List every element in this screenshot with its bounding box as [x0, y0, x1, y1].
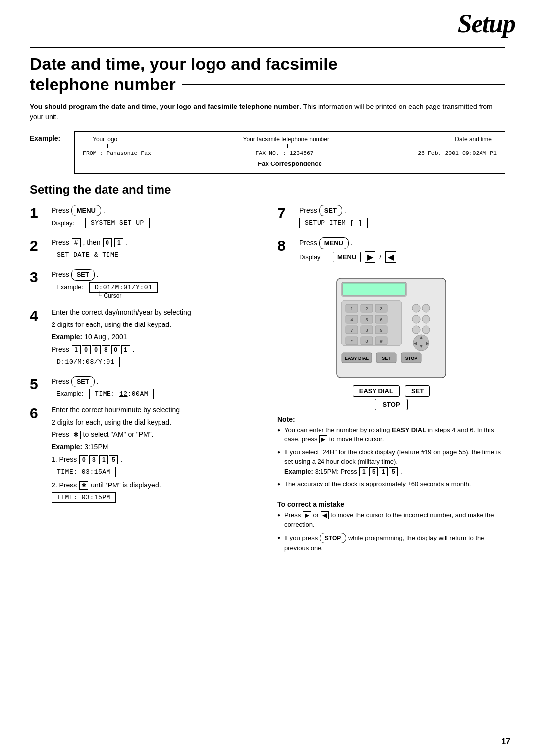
k5[interactable]: 5 [109, 455, 118, 464]
step-5-number: 5 [30, 377, 46, 392]
svg-text:◀: ◀ [414, 341, 417, 346]
annotation-fax-number: Your facsimile telephone number [243, 136, 329, 143]
key-0[interactable]: 0 [103, 238, 112, 247]
n1b[interactable]: 1 [379, 467, 388, 476]
menu-button[interactable]: MENU [71, 205, 101, 216]
step-8-content: Press MENU . Display MENU ▶ / ◀ [299, 237, 505, 267]
annotation-logo: Your logo [93, 136, 117, 143]
svg-text:4: 4 [350, 317, 353, 322]
arrow-left-correct[interactable]: ◀ [321, 511, 329, 519]
step-6-number: 6 [30, 406, 46, 421]
svg-text:#: # [380, 339, 382, 344]
hash-key[interactable]: # [72, 238, 81, 247]
step5-press-label: Press [52, 378, 69, 385]
note-item-3: The accuracy of the clock is approximate… [277, 479, 505, 489]
key-0c[interactable]: 0 [111, 345, 120, 354]
fax-device-illustration: 1 2 3 4 5 6 7 8 [332, 273, 451, 382]
stop-btn-note[interactable]: STOP [320, 533, 346, 543]
svg-point-33 [422, 326, 430, 334]
step-7-content: Press SET . SETUP ITEM [ ] [299, 205, 505, 231]
step7-press-label: Press [299, 206, 317, 214]
step8-display-label: Display [299, 253, 329, 261]
intro-paragraph: You should program the date and time, yo… [30, 102, 505, 122]
stop-label[interactable]: STOP [375, 399, 407, 410]
section-header: Setting the date and time [30, 183, 505, 197]
easy-dial-label[interactable]: EASY DIAL [353, 385, 400, 397]
step4-example-bold: Example: [52, 333, 82, 341]
title-line2: telephone number [30, 74, 505, 95]
step-4: 4 Enter the correct day/month/year by se… [30, 307, 258, 369]
n5b[interactable]: 5 [389, 467, 398, 476]
title-line1: Date and time, your logo and facsimile [30, 54, 505, 74]
key-8[interactable]: 8 [102, 345, 110, 354]
device-area: 1 2 3 4 5 6 7 8 [277, 273, 505, 410]
k0[interactable]: 0 [79, 455, 88, 464]
arrow-right-icon[interactable]: ▶ [365, 251, 375, 263]
key-0[interactable]: 0 [82, 345, 91, 354]
fax-from: FROM : Panasonic Fax [83, 150, 151, 156]
svg-text:3: 3 [380, 306, 382, 311]
step-7: 7 Press SET . SETUP ITEM [ ] [277, 205, 505, 231]
fax-correspondence: Fax Correspondence [83, 160, 497, 167]
arrow-right-note[interactable]: ▶ [319, 435, 327, 443]
stop-row: STOP [375, 399, 407, 410]
svg-text:STOP: STOP [405, 356, 417, 361]
svg-point-31 [422, 315, 430, 323]
n5[interactable]: 5 [369, 467, 378, 476]
step4-display-value: D:10/M:08/Y:01 [52, 357, 120, 367]
step1-display-value: SYSTEM SET UP [85, 218, 150, 228]
key-1b[interactable]: 1 [121, 345, 130, 354]
set-button-5[interactable]: SET [71, 376, 95, 388]
k3[interactable]: 3 [89, 455, 98, 464]
star-key[interactable]: ✱ [72, 431, 81, 439]
svg-text:▼: ▼ [419, 344, 424, 349]
col-left: 1 Press MENU . Display: SYSTEM SET UP 2 … [30, 205, 258, 556]
step2-then: , then [83, 238, 101, 246]
step1-display-label: Display: [52, 219, 81, 227]
key-1[interactable]: 1 [72, 345, 81, 354]
set-button-7[interactable]: SET [319, 205, 342, 216]
arrow-left-icon[interactable]: ◀ [385, 251, 396, 263]
svg-text:EASY DIAL: EASY DIAL [345, 356, 369, 361]
step6-press1-label: 1. Press [52, 455, 77, 463]
n1[interactable]: 1 [359, 467, 368, 476]
title-underline [182, 84, 505, 85]
step6-text-pm: until "PM" is displayed. [91, 481, 160, 489]
step-4-number: 4 [30, 308, 46, 323]
arrow-right-correct[interactable]: ▶ [303, 511, 311, 519]
step6-display-2: TIME: 03:15PM [52, 492, 116, 503]
device-bottom-buttons: EASY DIAL SET [353, 385, 430, 397]
set-label[interactable]: SET [405, 385, 430, 397]
svg-point-30 [412, 315, 420, 323]
set-button-3[interactable]: SET [71, 269, 95, 281]
note-section: Note: You can enter the number by rotati… [277, 415, 505, 489]
step8-press-label: Press [299, 239, 317, 247]
step-2-content: Press # , then 0 1 . SET DATE & TIME [52, 237, 258, 262]
annotation-date-time: Date and time [455, 136, 492, 143]
step4-text1: Enter the correct day/month/year by sele… [52, 307, 258, 318]
svg-text:5: 5 [365, 317, 368, 322]
key-0b[interactable]: 0 [92, 345, 101, 354]
svg-text:1: 1 [350, 306, 353, 311]
step5-display-value: TIME: 12:00AM [89, 389, 154, 399]
example-fax-row: FROM : Panasonic Fax FAX NO. : 1234567 2… [83, 148, 497, 158]
star-key-2[interactable]: ✱ [79, 481, 88, 490]
k1[interactable]: 1 [99, 455, 108, 464]
to-correct-title: To correct a mistake [277, 500, 505, 508]
step-3-content: Press SET . Example: D:01/M:01/Y:01 └ Cu… [52, 269, 258, 300]
example-label: Example: [30, 131, 74, 142]
menu-button-8[interactable]: MENU [319, 237, 349, 249]
key-1[interactable]: 1 [114, 238, 123, 247]
or-text: or [313, 511, 319, 519]
step6-text4: to select "AM" or "PM". [83, 431, 154, 438]
step5-example-label: Example: [56, 390, 83, 397]
easy-dial-note: EASY DIAL [392, 426, 426, 433]
svg-text:*: * [351, 339, 353, 344]
step3-example-label: Example: [56, 283, 83, 291]
note-item-1: You can enter the number by rotating EAS… [277, 425, 505, 444]
svg-text:6: 6 [380, 317, 382, 322]
step-8-number: 8 [277, 238, 293, 253]
svg-point-28 [412, 304, 420, 312]
page-title: Date and time, your logo and facsimile t… [30, 54, 505, 95]
cursor-label: Cursor [104, 292, 121, 299]
